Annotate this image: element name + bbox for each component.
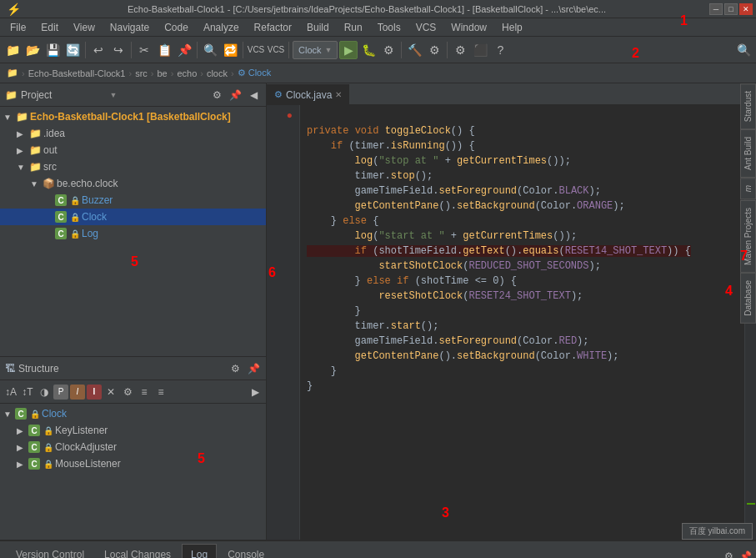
side-label-stardust[interactable]: Stardust: [740, 83, 756, 129]
menu-tools[interactable]: Tools: [371, 19, 408, 36]
sort-alpha-btn[interactable]: ↕A: [3, 385, 18, 400]
toolbar-copy-btn[interactable]: 📋: [155, 41, 173, 59]
struct-arrow-ml[interactable]: ▶: [17, 460, 27, 469]
bottom-tab-console[interactable]: Console: [218, 544, 273, 558]
bc-src[interactable]: src: [135, 68, 148, 78]
menu-edit[interactable]: Edit: [34, 19, 65, 36]
menu-run[interactable]: Run: [338, 19, 369, 36]
side-label-maven[interactable]: m: [740, 178, 756, 199]
menu-help[interactable]: Help: [495, 19, 529, 36]
run-button[interactable]: ▶: [339, 41, 358, 59]
toolbar-ant-btn[interactable]: 🔨: [405, 41, 423, 59]
bc-sep5: ›: [200, 68, 203, 78]
tree-idea[interactable]: ▶ 📁 .idea: [0, 125, 266, 142]
editor-area: ● private void toggleClock() { if (timer…: [267, 105, 756, 540]
bottom-tab-localchanges[interactable]: Local Changes: [95, 544, 180, 558]
tree-out[interactable]: ▶ 📁 out: [0, 142, 266, 158]
tree-be-echo-clock[interactable]: ▼ 📦 be.echo.clock: [0, 175, 266, 192]
menu-view[interactable]: View: [67, 19, 102, 36]
toolbar-new-btn[interactable]: 📁: [3, 41, 22, 59]
bottom-tab-vc[interactable]: Version Control: [7, 544, 93, 558]
toolbar-terminal-btn[interactable]: ⬛: [471, 41, 489, 59]
bc-project[interactable]: 📁: [7, 68, 18, 78]
tree-src[interactable]: ▼ 📁 src: [0, 158, 266, 175]
struct-btn8[interactable]: ≡: [153, 385, 168, 400]
tree-root[interactable]: ▼ 📁 Echo-Basketball-Clock1 [BasketballCl…: [0, 108, 266, 125]
project-pin-btn[interactable]: 📌: [228, 88, 243, 103]
minimize-button[interactable]: ─: [709, 3, 723, 15]
struct-arrow-root[interactable]: ▼: [3, 410, 13, 419]
tree-arrow-root[interactable]: ▼: [3, 113, 13, 122]
search-everywhere-btn[interactable]: 🔍: [734, 41, 753, 59]
vc-pin-btn[interactable]: 📌: [738, 549, 753, 558]
maximize-button[interactable]: □: [724, 3, 738, 15]
tree-arrow-idea[interactable]: ▶: [17, 129, 27, 138]
debug-button[interactable]: 🐛: [359, 41, 378, 59]
toolbar-vcs-btn[interactable]: VCS: [247, 41, 265, 59]
toolbar-help-btn[interactable]: ?: [491, 41, 509, 59]
toolbar-save-btn[interactable]: 💾: [43, 41, 62, 59]
toolbar-undo-btn[interactable]: ↩: [89, 41, 108, 59]
struct-arrow-kl[interactable]: ▶: [17, 426, 27, 435]
vc-settings-btn[interactable]: ⚙: [721, 549, 736, 558]
struct-expand-btn[interactable]: ▶: [248, 385, 263, 400]
toolbar-vcs2-btn[interactable]: VCS: [267, 41, 285, 59]
struct-btn7[interactable]: ≡: [137, 385, 152, 400]
struct-btn4[interactable]: I: [87, 385, 102, 400]
tree-label-idea: .idea: [43, 128, 65, 139]
toolbar-open-btn[interactable]: 📂: [23, 41, 42, 59]
tree-arrow-src[interactable]: ▼: [17, 163, 27, 172]
struct-arrow-ca[interactable]: ▶: [17, 443, 27, 452]
bc-be[interactable]: be: [157, 68, 167, 78]
menu-window[interactable]: Window: [444, 19, 493, 36]
toolbar-sync-btn[interactable]: 🔄: [63, 41, 82, 59]
toolbar-settings-btn[interactable]: ⚙: [451, 41, 469, 59]
structure-keylistener[interactable]: ▶ C 🔒 KeyListener: [0, 422, 266, 439]
side-label-database[interactable]: Database: [740, 273, 756, 324]
tree-log[interactable]: ▶ C 🔒 Log: [0, 225, 266, 242]
bottom-tab-log[interactable]: Log: [182, 544, 217, 558]
struct-btn5[interactable]: ✕: [103, 385, 118, 400]
tree-clock[interactable]: ▶ C 🔒 Clock: [0, 209, 266, 225]
structure-settings-btn[interactable]: ⚙: [228, 361, 243, 376]
struct-btn1[interactable]: ◑: [37, 385, 52, 400]
menu-vcs[interactable]: VCS: [409, 19, 443, 36]
structure-pin-btn[interactable]: 📌: [246, 361, 261, 376]
menu-code[interactable]: Code: [158, 19, 195, 36]
tree-buzzer[interactable]: ▶ C 🔒 Buzzer: [0, 192, 266, 209]
project-settings-btn[interactable]: ⚙: [209, 88, 224, 103]
toolbar-redo-btn[interactable]: ↪: [109, 41, 128, 59]
struct-btn2[interactable]: P: [53, 385, 68, 400]
menu-navigate[interactable]: Navigate: [103, 19, 156, 36]
menu-refactor[interactable]: Refactor: [248, 19, 298, 36]
tab-close-btn[interactable]: ✕: [335, 90, 342, 99]
struct-btn6[interactable]: ⚙: [120, 385, 135, 400]
structure-clockadjuster[interactable]: ▶ C 🔒 ClockAdjuster: [0, 439, 266, 455]
side-label-maven-projects[interactable]: Maven Projects: [740, 200, 756, 273]
bc-class[interactable]: ⚙ Clock: [238, 68, 272, 78]
structure-mouselistener[interactable]: ▶ C 🔒 MouseListener: [0, 455, 266, 472]
bc-clock[interactable]: clock: [207, 68, 228, 78]
code-editor[interactable]: private void toggleClock() { if (timer.i…: [300, 105, 744, 540]
side-label-ant-build[interactable]: Ant Build: [740, 129, 756, 178]
project-collapse-btn[interactable]: ◀: [246, 88, 261, 103]
menu-build[interactable]: Build: [300, 19, 336, 36]
toolbar-replace-btn[interactable]: 🔁: [221, 41, 239, 59]
run-with-coverage-btn[interactable]: ⚙: [379, 41, 398, 59]
toolbar-paste-btn[interactable]: 📌: [175, 41, 193, 59]
sort-type-btn[interactable]: ↕T: [20, 385, 35, 400]
run-config-dropdown[interactable]: Clock ▼: [293, 41, 338, 59]
bc-echo[interactable]: echo: [177, 68, 197, 78]
struct-btn3[interactable]: I: [70, 385, 85, 400]
tree-arrow-out[interactable]: ▶: [17, 146, 27, 155]
menu-analyze[interactable]: Analyze: [197, 19, 246, 36]
bc-root[interactable]: Echo-Basketball-Clock1: [28, 68, 126, 78]
toolbar-cut-btn[interactable]: ✂: [135, 41, 153, 59]
menu-file[interactable]: File: [3, 19, 33, 36]
toolbar-find-btn[interactable]: 🔍: [201, 41, 219, 59]
toolbar-maven-btn[interactable]: ⚙: [425, 41, 443, 59]
tree-arrow-bec[interactable]: ▼: [30, 179, 40, 189]
editor-tab-clock[interactable]: ⚙ Clock.java ✕: [267, 84, 349, 104]
structure-root[interactable]: ▼ C 🔒 Clock: [0, 405, 266, 422]
close-button[interactable]: ✕: [739, 3, 753, 15]
